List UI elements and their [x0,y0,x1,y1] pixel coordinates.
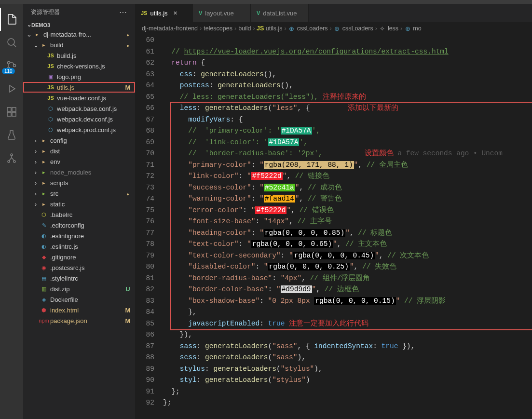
folder-item[interactable]: ›▸config [23,135,135,146]
tab-utils-js[interactable]: JSutils.js× [135,4,193,22]
folder-item[interactable]: ⌄▸dj-metadata-fro...● [23,29,135,40]
file-icon: ▣ [46,74,55,80]
breadcrumb-item[interactable]: mo [413,25,421,32]
folder-item[interactable]: ›▸dist [23,146,135,156]
folder-item[interactable]: ›▸env [23,156,135,167]
chevron-icon: › [32,190,40,197]
file-label: env [50,158,124,165]
activity-search[interactable] [0,31,23,54]
chevron-icon: › [32,158,40,165]
breadcrumb-item[interactable]: utils.js [266,25,283,32]
file-icon: ▥ [40,286,48,292]
activity-explorer[interactable] [0,8,23,31]
folder-item[interactable]: ⌄▸build● [23,40,135,50]
file-item[interactable]: ✎.editorconfig [23,220,135,230]
file-item[interactable]: ⬡webpack.base.conf.js [23,103,135,114]
chevron-icon: ⌄ [25,31,33,38]
svg-rect-5 [7,112,11,116]
file-item[interactable]: JSvue-loader.conf.js [23,93,135,103]
folder-item[interactable]: ›▸scripts [23,177,135,188]
svg-point-9 [8,161,10,162]
file-item[interactable]: JScheck-versions.js [23,61,135,71]
file-label: utils.js [57,84,124,91]
sidebar-more[interactable]: ··· [120,9,127,16]
file-item[interactable]: ◆.gitignore [23,252,135,262]
file-label: .editorconfig [50,222,124,229]
breadcrumb-item[interactable]: less [388,25,398,32]
breadcrumbs[interactable]: dj-metadata-frontend›telescopes›build›JS… [135,22,532,35]
breadcrumb-item[interactable]: telescopes [204,25,232,32]
file-label: check-versions.js [57,63,124,70]
file-icon: ◆ [40,254,48,260]
file-item[interactable]: ◈Dockerfile [23,294,135,305]
activity-test[interactable] [0,123,23,147]
file-icon: ▸ [33,31,41,38]
folder-item[interactable]: ›▸src● [23,188,135,199]
file-item[interactable]: ▤.stylelintrc [23,273,135,284]
git-status: ● [124,41,131,49]
file-item[interactable]: ⬢index.htmlM [23,305,135,315]
tab-icon: V [257,10,260,16]
file-item[interactable]: JSbuild.js [23,50,135,61]
file-item[interactable]: ▣logo.png [23,71,135,82]
tab-dataList-vue[interactable]: VdataList.vue [251,4,309,22]
file-item[interactable]: ▥dist.zipU [23,284,135,294]
file-item[interactable]: ◐.eslintrc.js [23,241,135,252]
breadcrumb-item[interactable]: cssLoaders [342,25,373,32]
file-label: dj-metadata-fro... [43,31,124,38]
file-label: webpack.prod.conf.js [57,126,124,134]
file-label: .gitignore [50,254,124,261]
file-icon: npm [40,318,48,324]
file-icon: ⬢ [40,307,48,313]
tab-label: utils.js [150,10,167,17]
file-label: package.json [50,317,124,324]
file-icon: ⬡ [40,212,48,218]
breadcrumb-item[interactable]: dj-metadata-frontend [142,25,198,32]
file-item[interactable]: ⬡webpack.prod.conf.js [23,124,135,135]
file-item[interactable]: ◉.postcssrc.js [23,262,135,273]
activity-extensions[interactable] [0,100,23,123]
file-item[interactable]: JSutils.jsM [23,82,135,93]
git-status: ● [124,31,131,38]
code[interactable]: // https://vue-loader.vuejs.org/en/confi… [163,35,532,419]
file-item[interactable]: ⬡webpack.dev.conf.js [23,114,135,124]
editor: JSutils.js×Vlayout.vueVdataList.vue dj-m… [135,4,532,419]
activity-scm[interactable]: 110 [0,54,23,77]
svg-point-3 [14,65,16,67]
tab-layout-vue[interactable]: Vlayout.vue [193,4,251,22]
file-item[interactable]: npmpackage.jsonM [23,315,135,326]
code-area[interactable]: 6061626364656667686970717273747576777879… [135,35,532,419]
chevron-icon: ⌄ [32,41,40,49]
file-item[interactable]: ◐.eslintignore [23,230,135,241]
file-label: logo.png [57,73,124,81]
file-icon: ⬡ [46,127,55,133]
chevron-icon: › [32,201,40,208]
file-label: node_modules [50,169,124,176]
file-icon: ▤ [40,275,48,282]
breadcrumb-item[interactable]: build [238,25,251,32]
file-icon: ◉ [40,265,48,271]
file-label: webpack.dev.conf.js [57,116,124,123]
git-status: U [124,285,131,293]
project-header[interactable]: ⌄ DEMO3 [23,21,135,29]
sidebar-title: 资源管理器 [31,8,60,16]
folder-item[interactable]: ›▸node_modules [23,167,135,177]
file-item[interactable]: ⬡.babelrc [23,209,135,220]
file-icon: ◐ [40,233,48,239]
folder-item[interactable]: ›▸static [23,199,135,209]
file-item[interactable] [23,326,135,337]
file-icon: ▸ [40,42,48,48]
svg-point-10 [14,161,15,162]
git-status: M [124,84,131,91]
file-icon: ▸ [40,159,48,165]
file-label: config [50,137,124,144]
breadcrumb-item[interactable]: cssLoaders [297,25,328,32]
close-icon[interactable]: × [174,9,177,17]
file-icon: ⬡ [46,116,55,122]
tab-icon: V [199,10,202,16]
file-icon: JS [46,53,55,58]
activity-git[interactable] [0,147,23,170]
activity-debug[interactable] [0,77,23,100]
file-label: .babelrc [50,211,124,218]
file-label: .postcssrc.js [50,264,124,271]
